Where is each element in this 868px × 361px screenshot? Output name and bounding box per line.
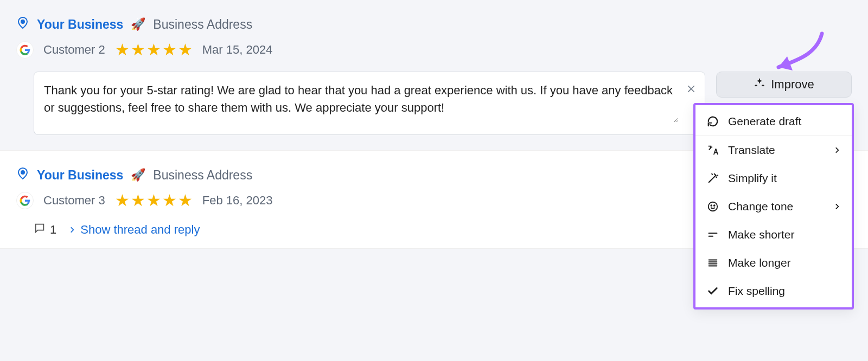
chevron-right-icon <box>833 144 841 157</box>
review-date: Feb 16, 2023 <box>202 194 273 208</box>
menu-label: Make shorter <box>728 228 795 241</box>
svg-point-2 <box>711 205 712 206</box>
reply-textarea-wrapper <box>34 72 705 135</box>
star-icon: ★ <box>146 192 161 209</box>
review-card: Your Business 🚀 Business Address Custome… <box>0 0 868 146</box>
location-pin-icon <box>16 16 29 33</box>
short-lines-icon <box>706 229 719 241</box>
star-icon: ★ <box>115 192 130 209</box>
menu-label: Make longer <box>728 256 791 269</box>
improve-button-label: Improve <box>771 78 814 92</box>
menu-make-longer[interactable]: Make longer <box>695 249 852 277</box>
thread-count: 1 <box>34 222 56 237</box>
menu-simplify[interactable]: Simplify it <box>695 164 852 192</box>
menu-fix-spelling[interactable]: Fix spelling <box>695 277 852 305</box>
svg-point-1 <box>709 202 718 211</box>
star-icon: ★ <box>162 192 177 209</box>
improve-wrapper: Improve Generate draft <box>716 72 852 98</box>
menu-label: Translate <box>728 144 775 157</box>
svg-point-0 <box>21 20 24 23</box>
rocket-icon: 🚀 <box>131 17 145 31</box>
star-icon: ★ <box>115 42 130 58</box>
show-thread-link[interactable]: Show thread and reply <box>68 223 200 237</box>
menu-label: Fix spelling <box>728 285 785 298</box>
star-icon: ★ <box>162 42 177 58</box>
improve-menu: Generate draft Translate Simplify it <box>693 103 854 310</box>
review-date: Mar 15, 2024 <box>202 43 273 57</box>
svg-point-3 <box>714 205 715 206</box>
customer-name: Customer 3 <box>43 194 105 208</box>
reply-row: Improve Generate draft <box>16 72 852 135</box>
star-icon: ★ <box>131 42 145 58</box>
menu-label: Simplify it <box>728 172 777 185</box>
refresh-icon <box>706 115 719 127</box>
reply-textarea[interactable] <box>44 82 679 123</box>
rating-stars: ★ ★ ★ ★ ★ <box>115 42 193 58</box>
check-icon <box>706 285 719 297</box>
business-name[interactable]: Your Business <box>37 17 123 32</box>
customer-name: Customer 2 <box>43 43 105 57</box>
location-pin-icon <box>16 167 29 183</box>
menu-generate-draft[interactable]: Generate draft <box>695 107 852 136</box>
business-address: Business Address <box>153 168 252 183</box>
thread-count-value: 1 <box>50 223 56 237</box>
star-icon: ★ <box>178 192 193 209</box>
rocket-icon: 🚀 <box>131 168 145 182</box>
star-icon: ★ <box>146 42 161 58</box>
business-name[interactable]: Your Business <box>37 168 123 183</box>
comment-icon <box>34 222 46 237</box>
customer-row: Customer 2 ★ ★ ★ ★ ★ Mar 15, 2024 <box>16 41 852 59</box>
show-thread-label: Show thread and reply <box>80 223 200 237</box>
chevron-right-icon <box>833 200 841 213</box>
wand-icon <box>706 172 719 184</box>
clear-reply-icon[interactable] <box>686 83 696 97</box>
menu-change-tone[interactable]: Change tone <box>695 192 852 221</box>
sparkle-icon <box>754 77 765 92</box>
star-icon: ★ <box>131 192 145 209</box>
business-row: Your Business 🚀 Business Address <box>16 16 852 33</box>
long-lines-icon <box>706 257 719 269</box>
improve-button[interactable]: Improve <box>716 72 852 98</box>
google-icon <box>16 41 34 59</box>
google-icon <box>16 192 34 209</box>
chevron-right-icon <box>68 223 76 237</box>
menu-make-shorter[interactable]: Make shorter <box>695 221 852 249</box>
smile-icon <box>706 201 719 212</box>
star-icon: ★ <box>178 42 193 58</box>
translate-icon <box>706 144 719 156</box>
business-address: Business Address <box>153 17 252 32</box>
menu-translate[interactable]: Translate <box>695 136 852 164</box>
menu-label: Generate draft <box>728 115 801 128</box>
svg-point-4 <box>21 171 24 174</box>
menu-label: Change tone <box>728 200 793 213</box>
rating-stars: ★ ★ ★ ★ ★ <box>115 192 193 209</box>
